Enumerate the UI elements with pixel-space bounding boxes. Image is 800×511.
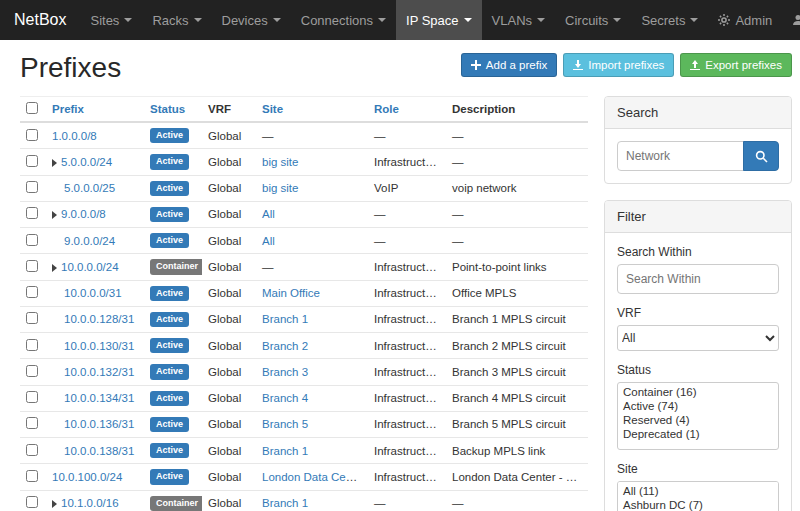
prefix-link[interactable]: 10.1.0.0/16: [61, 497, 119, 509]
site-link[interactable]: All: [262, 208, 275, 220]
select-option[interactable]: Deprecated (1): [620, 427, 776, 441]
row-checkbox[interactable]: [26, 417, 38, 429]
chevron-down-icon: [464, 18, 472, 22]
table-row: 9.0.0.0/24ActiveGlobalAll——: [20, 228, 588, 254]
prefix-link[interactable]: 10.0.0.138/31: [64, 445, 134, 457]
select-option[interactable]: Container (16): [620, 385, 776, 399]
nav-item-profile[interactable]: Profile: [782, 0, 800, 40]
vrf-value: Global: [202, 359, 256, 385]
select-option[interactable]: Active (74): [620, 399, 776, 413]
site-link[interactable]: big site: [262, 182, 298, 194]
nav-item-connections[interactable]: Connections: [291, 0, 396, 40]
brand-logo[interactable]: NetBox: [0, 0, 80, 40]
site-link[interactable]: Main Office: [262, 287, 320, 299]
expand-arrow-icon[interactable]: [52, 500, 57, 508]
search-within-input[interactable]: [617, 264, 779, 294]
row-checkbox[interactable]: [26, 470, 38, 482]
select-all-checkbox[interactable]: [26, 102, 38, 114]
prefix-link[interactable]: 10.0.0.0/31: [64, 287, 122, 299]
row-checkbox[interactable]: [26, 339, 38, 351]
nav-item-ip-space[interactable]: IP Space: [396, 0, 482, 40]
select-option[interactable]: Ashburn DC (7): [620, 498, 776, 511]
column-header-prefix[interactable]: Prefix: [46, 97, 144, 123]
row-checkbox[interactable]: [26, 286, 38, 298]
search-button[interactable]: [743, 141, 779, 171]
row-checkbox[interactable]: [26, 155, 38, 167]
description-value: Branch 1 MPLS circuit: [446, 306, 588, 332]
column-header-status[interactable]: Status: [144, 97, 202, 123]
nav-item-secrets[interactable]: Secrets: [631, 0, 708, 40]
prefix-link[interactable]: 5.0.0.0/24: [61, 156, 112, 168]
site-link[interactable]: big site: [262, 156, 298, 168]
prefix-link[interactable]: 9.0.0.0/8: [61, 208, 106, 220]
row-checkbox[interactable]: [26, 207, 38, 219]
status-badge: Active: [150, 233, 189, 248]
nav-item-devices[interactable]: Devices: [212, 0, 291, 40]
site-link[interactable]: Branch 1: [262, 445, 308, 457]
nav-item-vlans[interactable]: VLANs: [482, 0, 555, 40]
prefix-link[interactable]: 5.0.0.0/25: [64, 182, 115, 194]
table-row: 10.0.0.136/31ActiveGlobalBranch 5Infrast…: [20, 411, 588, 437]
nav-item-racks[interactable]: Racks: [142, 0, 211, 40]
prefix-link[interactable]: 1.0.0.0/8: [52, 130, 97, 142]
site-link[interactable]: Branch 4: [262, 392, 308, 404]
site-link[interactable]: Branch 3: [262, 366, 308, 378]
row-checkbox[interactable]: [26, 129, 38, 141]
prefix-link[interactable]: 10.0.0.130/31: [64, 340, 134, 352]
import-prefixes-button[interactable]: Import prefixes: [563, 53, 674, 77]
select-option[interactable]: All (11): [620, 484, 776, 498]
prefix-link[interactable]: 10.0.0.132/31: [64, 366, 134, 378]
site-select[interactable]: All (11)Ashburn DC (7)big site (2)Branch…: [617, 481, 779, 511]
plus-icon: [471, 60, 481, 70]
row-checkbox[interactable]: [26, 444, 38, 456]
expand-arrow-icon[interactable]: [52, 159, 57, 167]
row-checkbox[interactable]: [26, 234, 38, 246]
site-link[interactable]: Branch 2: [262, 340, 308, 352]
site-link[interactable]: Branch 5: [262, 418, 308, 430]
expand-arrow-icon[interactable]: [52, 264, 57, 272]
row-checkbox[interactable]: [26, 312, 38, 324]
prefix-link[interactable]: 10.0.100.0/24: [52, 471, 122, 483]
site-link[interactable]: Branch 1: [262, 497, 308, 509]
row-checkbox[interactable]: [26, 365, 38, 377]
role-value: —: [368, 201, 446, 227]
vrf-select[interactable]: All: [617, 325, 779, 351]
status-select[interactable]: Container (16)Active (74)Reserved (4)Dep…: [617, 382, 779, 450]
nav-item-admin[interactable]: Admin: [708, 0, 782, 40]
site-link[interactable]: All: [262, 235, 275, 247]
prefix-link[interactable]: 9.0.0.0/24: [64, 235, 115, 247]
prefix-link[interactable]: 10.0.0.136/31: [64, 418, 134, 430]
site-cell: big site: [256, 175, 368, 201]
prefix-link[interactable]: 10.0.0.0/24: [61, 261, 119, 273]
search-input[interactable]: [617, 141, 744, 171]
role-value: VoIP: [368, 175, 446, 201]
role-value: —: [368, 490, 446, 511]
role-value: Infrastructure: [368, 385, 446, 411]
row-checkbox[interactable]: [26, 181, 38, 193]
row-checkbox[interactable]: [26, 496, 38, 508]
row-checkbox[interactable]: [26, 391, 38, 403]
column-header-role[interactable]: Role: [368, 97, 446, 123]
nav-item-label: Connections: [301, 13, 373, 28]
filter-panel: Filter Search Within VRF All Status Cont…: [604, 200, 792, 511]
export-prefixes-button[interactable]: Export prefixes: [680, 53, 792, 77]
chevron-down-icon: [613, 18, 621, 22]
row-checkbox[interactable]: [26, 260, 38, 272]
expand-arrow-icon[interactable]: [52, 211, 57, 219]
role-value: Infrastructure: [368, 254, 446, 280]
column-header-site[interactable]: Site: [256, 97, 368, 123]
button-label: Export prefixes: [705, 59, 782, 71]
prefix-link[interactable]: 10.0.0.128/31: [64, 313, 134, 325]
site-link[interactable]: Branch 1: [262, 313, 308, 325]
select-option[interactable]: Reserved (4): [620, 413, 776, 427]
vrf-value: Global: [202, 333, 256, 359]
prefix-link[interactable]: 10.0.0.134/31: [64, 392, 134, 404]
status-badge: Active: [150, 312, 189, 327]
site-link[interactable]: London Data Center: [262, 471, 366, 483]
nav-item-sites[interactable]: Sites: [80, 0, 142, 40]
action-buttons: Add a prefixImport prefixesExport prefix…: [461, 53, 792, 77]
add-a-prefix-button[interactable]: Add a prefix: [461, 53, 557, 77]
description-value: London Data Center - Server Network: [446, 464, 588, 490]
status-badge: Active: [150, 469, 189, 484]
nav-item-circuits[interactable]: Circuits: [555, 0, 631, 40]
